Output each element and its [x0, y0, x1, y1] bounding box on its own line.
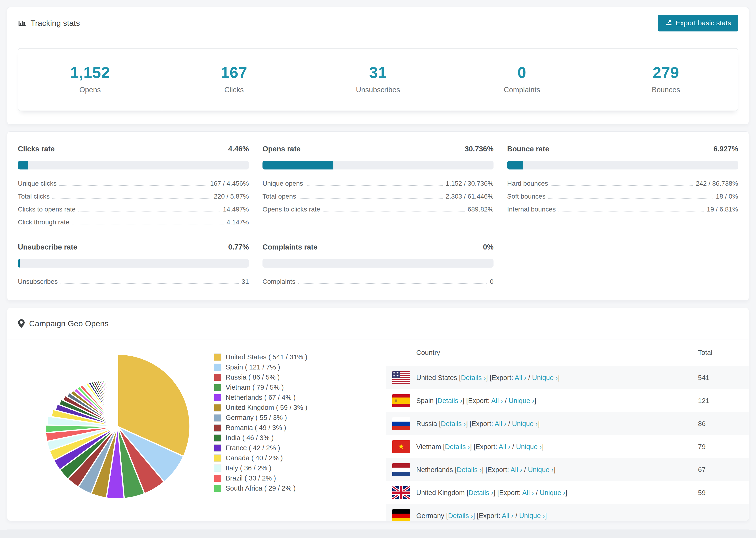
rate-row-label: Total clicks — [18, 193, 50, 200]
rate-row-label: Complaints — [262, 278, 296, 286]
rate-row-value: 0 — [490, 278, 494, 286]
export-all-link-vn[interactable]: All › — [499, 443, 511, 451]
legend-item: Brazil ( 33 / 2% ) — [214, 473, 378, 483]
dotted-leader — [323, 211, 465, 211]
export-all-link-gb[interactable]: All › — [522, 489, 534, 497]
export-basic-stats-button[interactable]: Export basic stats — [658, 15, 738, 31]
details-link-us[interactable]: Details › — [461, 374, 486, 381]
table-row-de: Germany [Details ›] [Export: All › / Uni… — [386, 504, 749, 521]
country-cell: United States [Details ›] [Export: All ›… — [386, 374, 560, 382]
legend-label: Romania ( 49 / 3% ) — [226, 424, 286, 432]
rate-rows: Unsubscribes31 — [18, 278, 249, 286]
total-cell: 67 — [698, 466, 706, 474]
rate-block-clicks-rate: Clicks rate4.46%Unique clicks167 / 4.456… — [18, 145, 249, 226]
geo-table-header-row: Country Total — [386, 340, 749, 366]
rate-row-value: 689.82% — [467, 206, 494, 213]
export-unique-link-de[interactable]: Unique › — [519, 512, 545, 519]
stat-box-clicks: 167Clicks — [162, 49, 306, 111]
rate-row: Soft bounces18 / 0% — [507, 193, 738, 200]
details-link-es[interactable]: Details › — [437, 397, 462, 404]
legend-label: Germany ( 55 / 3% ) — [226, 414, 287, 422]
details-link-nl[interactable]: Details › — [457, 466, 482, 473]
export-all-link-es[interactable]: All › — [491, 397, 503, 404]
progress-bar-track — [18, 161, 249, 170]
geo-title-wrap: Campaign Geo Opens — [18, 319, 108, 328]
rate-row: Hard bounces242 / 86.738% — [507, 180, 738, 187]
rate-row: Total clicks220 / 5.87% — [18, 193, 249, 200]
flag-ru-icon — [392, 417, 410, 430]
export-basic-stats-label: Export basic stats — [675, 19, 731, 27]
legend-label: Spain ( 121 / 7% ) — [226, 363, 280, 371]
geo-pie-chart — [7, 340, 214, 511]
table-row-vn: Vietnam [Details ›] [Export: All › / Uni… — [386, 435, 749, 458]
rate-row-value: 1,152 / 30.736% — [446, 180, 494, 187]
legend-item: India ( 46 / 3% ) — [214, 433, 378, 443]
legend-swatch — [214, 384, 221, 391]
geo-legend: United States ( 541 / 31% )Spain ( 121 /… — [214, 340, 378, 493]
flag-vn-icon — [392, 440, 410, 453]
rate-title: Complaints rate — [262, 243, 317, 251]
rate-row-value: 220 / 5.87% — [214, 193, 249, 200]
table-row-es: Spain [Details ›] [Export: All › / Uniqu… — [386, 389, 749, 412]
rate-row: Complaints0 — [262, 278, 494, 286]
legend-item: Romania ( 49 / 3% ) — [214, 423, 378, 433]
legend-item: France ( 42 / 2% ) — [214, 443, 378, 453]
legend-swatch — [214, 404, 221, 411]
total-cell: 59 — [698, 489, 706, 497]
progress-bar-track — [18, 259, 249, 268]
details-link-de[interactable]: Details › — [448, 512, 473, 519]
details-link-ru[interactable]: Details › — [441, 420, 466, 427]
rate-row-label: Hard bounces — [507, 180, 548, 187]
legend-swatch — [214, 475, 221, 482]
export-all-link-de[interactable]: All › — [502, 512, 513, 519]
legend-item: Germany ( 55 / 3% ) — [214, 413, 378, 423]
rate-row-label: Unique clicks — [18, 180, 57, 187]
export-unique-link-vn[interactable]: Unique › — [516, 443, 542, 451]
legend-swatch — [214, 485, 221, 492]
export-unique-link-es[interactable]: Unique › — [509, 397, 534, 404]
dotted-leader — [299, 198, 443, 198]
flag-nl-icon — [392, 463, 410, 476]
details-link-vn[interactable]: Details › — [445, 443, 470, 451]
export-unique-link-ru[interactable]: Unique › — [512, 420, 538, 427]
rate-rows: Hard bounces242 / 86.738%Soft bounces18 … — [507, 180, 738, 213]
legend-item: Netherlands ( 67 / 4% ) — [214, 393, 378, 403]
details-link-gb[interactable]: Details › — [468, 489, 493, 497]
export-unique-link-us[interactable]: Unique › — [532, 374, 558, 381]
total-cell: 121 — [698, 397, 709, 405]
rate-row: Opens to clicks rate689.82% — [262, 206, 494, 213]
stat-value: 167 — [162, 64, 306, 81]
stat-label: Unsubscribes — [306, 86, 450, 94]
rate-value: 0% — [483, 243, 494, 251]
stat-box-unsubscribes: 31Unsubscribes — [306, 49, 450, 111]
rates-grid: Clicks rate4.46%Unique clicks167 / 4.456… — [18, 145, 738, 286]
progress-bar-track — [262, 161, 494, 170]
stat-box-bounces: 279Bounces — [594, 49, 738, 111]
legend-swatch — [214, 364, 221, 371]
stat-box-complaints: 0Complaints — [450, 49, 594, 111]
export-unique-link-gb[interactable]: Unique › — [540, 489, 566, 497]
legend-item: Russia ( 86 / 5% ) — [214, 372, 378, 382]
progress-bar-fill — [18, 259, 20, 268]
rate-row-label: Internal bounces — [507, 206, 556, 213]
total-cell: 86 — [698, 420, 706, 428]
rate-row-value: 19 / 6.81% — [707, 206, 738, 213]
export-all-link-nl[interactable]: All › — [511, 466, 522, 473]
rate-rows: Complaints0 — [262, 278, 494, 286]
rate-head: Unsubscribe rate0.77% — [18, 243, 249, 251]
legend-item: Spain ( 121 / 7% ) — [214, 362, 378, 372]
map-pin-icon — [18, 319, 25, 328]
rate-row: Click through rate4.147% — [18, 219, 249, 226]
rate-row-label: Total opens — [262, 193, 296, 200]
export-all-link-ru[interactable]: All › — [495, 420, 507, 427]
legend-label: Brazil ( 33 / 2% ) — [226, 474, 276, 482]
rate-title: Unsubscribe rate — [18, 243, 77, 251]
export-unique-link-nl[interactable]: Unique › — [528, 466, 554, 473]
stats-row: 1,152Opens167Clicks31Unsubscribes0Compla… — [18, 48, 738, 111]
rate-row: Unique clicks167 / 4.456% — [18, 180, 249, 187]
flag-de-icon — [392, 510, 410, 521]
rate-row: Total opens2,303 / 61.446% — [262, 193, 494, 200]
rate-row: Unique opens1,152 / 30.736% — [262, 180, 494, 187]
export-all-link-us[interactable]: All › — [514, 374, 526, 381]
legend-item: United States ( 541 / 31% ) — [214, 352, 378, 362]
